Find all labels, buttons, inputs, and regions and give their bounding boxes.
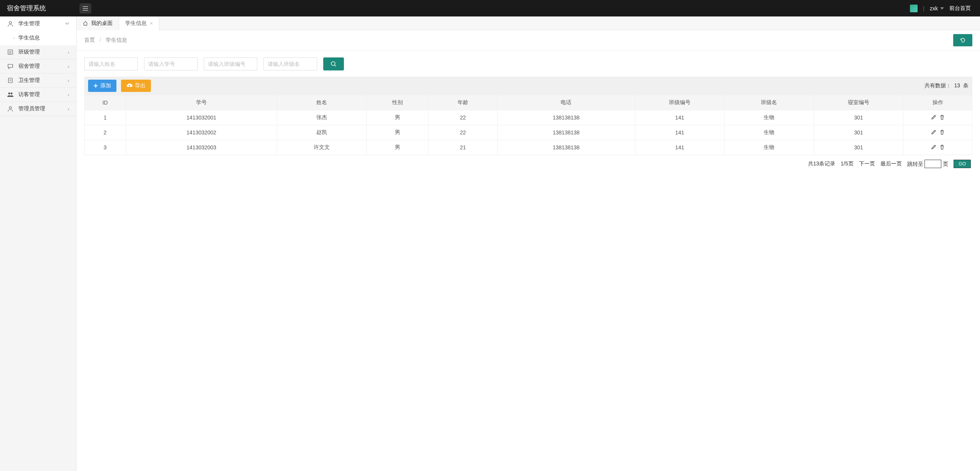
sidebar-item-label: 管理员管理 [18,105,45,112]
jump-wrap: 跳转至 页 [907,160,949,168]
sidebar-item-label: 学生管理 [18,20,40,27]
jump-prefix: 跳转至 [907,161,923,167]
delete-icon[interactable] [939,114,945,120]
sidebar-item-student[interactable]: 学生管理 [0,16,76,31]
table-row: 21413032002赵凯男22138138138141生物301 [85,125,972,140]
chevron-left-icon: ‹ [68,78,69,83]
refresh-button[interactable] [953,34,972,46]
page-jump-input[interactable] [924,160,941,168]
tab-label: 我的桌面 [91,20,113,27]
cell-phone: 138138138 [497,140,635,155]
submenu-student: › 学生信息 [0,31,76,45]
breadcrumb-current: 学生信息 [106,37,127,43]
sidebar-item-visitor[interactable]: 访客管理 ‹ [0,88,76,102]
username: zxk [930,5,938,11]
sidebar-item-admin[interactable]: 管理员管理 ‹ [0,102,76,116]
cell-age: 21 [429,140,497,155]
cell-classname: 生物 [725,140,814,155]
svg-point-0 [9,21,11,24]
delete-icon[interactable] [939,144,945,150]
table-row: 11413032001张杰男22138138138141生物301 [85,110,972,125]
th-classno: 班级编号 [635,95,725,110]
header-right: | zxk 前台首页 [910,5,980,12]
count-value: 13 [954,82,960,88]
sidebar: 学生管理 › 学生信息 班级管理 ‹ 宿舍管理 ‹ 卫生管理 ‹ 访客管理 [0,16,77,471]
page-go-button[interactable]: GO [954,160,971,168]
th-phone: 电话 [497,95,635,110]
th-age: 年龄 [429,95,497,110]
main-content: 我的桌面 学生信息 × 首页 / 学生信息 [77,16,980,471]
cell-classno: 141 [635,110,725,125]
chat-icon [7,63,14,70]
tabs-bar: 我的桌面 学生信息 × [77,16,980,30]
divider: | [923,5,924,11]
cell-action [903,125,972,140]
search-icon [330,61,337,67]
edit-icon[interactable] [931,114,936,120]
user-menu[interactable]: zxk [930,5,944,11]
cell-dorm: 301 [814,140,903,155]
data-count: 共有数据： 13 条 [924,82,969,89]
svg-point-5 [9,106,11,109]
chevron-left-icon: ‹ [68,49,69,55]
list-icon [7,49,14,56]
delete-icon[interactable] [939,129,945,135]
page-next[interactable]: 下一页 [859,160,875,167]
chevron-down-icon [940,7,944,10]
frontend-link[interactable]: 前台首页 [949,5,971,12]
th-gender: 性别 [366,95,429,110]
doc-icon [7,77,14,84]
tab-label: 学生信息 [125,20,147,27]
edit-icon[interactable] [931,129,936,135]
breadcrumb-sep: / [100,37,101,43]
breadcrumb: 首页 / 学生信息 [84,37,127,44]
sidebar-item-label: 宿舍管理 [18,63,40,70]
tab-student-info[interactable]: 学生信息 × [119,17,159,31]
search-button[interactable] [323,57,344,70]
cell-phone: 138138138 [497,125,635,140]
cell-action [903,140,972,155]
cell-phone: 138138138 [497,110,635,125]
menu-toggle-button[interactable] [80,3,91,13]
add-button[interactable]: 添加 [88,80,116,92]
breadcrumb-bar: 首页 / 学生信息 [77,30,980,51]
th-id: ID [85,95,126,110]
hamburger-icon [83,6,88,11]
breadcrumb-home[interactable]: 首页 [84,37,95,43]
content-area: 添加 导出 共有数据： 13 条 ID 学号 姓名 [77,51,980,471]
cell-name: 赵凯 [277,125,367,140]
user-icon [7,20,14,27]
export-button[interactable]: 导出 [121,80,151,92]
sidebar-item-dorm[interactable]: 宿舍管理 ‹ [0,59,76,74]
sidebar-item-label: 班级管理 [18,49,40,56]
close-icon[interactable]: × [150,20,153,26]
cell-classno: 141 [635,140,725,155]
cell-classname: 生物 [725,110,814,125]
cell-sno: 1413032003 [126,140,277,155]
th-classname: 班级名 [725,95,814,110]
th-dorm: 寝室编号 [814,95,903,110]
search-classname-input[interactable] [263,57,317,70]
table-header-row: ID 学号 姓名 性别 年龄 电话 班级编号 班级名 寝室编号 操作 [85,95,972,110]
search-name-input[interactable] [84,57,138,70]
cell-id: 3 [85,140,126,155]
th-action: 操作 [903,95,972,110]
cell-id: 1 [85,110,126,125]
count-suffix: 条 [963,82,969,88]
cell-dorm: 301 [814,125,903,140]
cell-classno: 141 [635,125,725,140]
cell-classname: 生物 [725,125,814,140]
edit-icon[interactable] [931,144,936,150]
search-sno-input[interactable] [144,57,198,70]
page-last[interactable]: 最后一页 [880,160,902,167]
app-title: 宿舍管理系统 [0,4,77,13]
sidebar-item-hygiene[interactable]: 卫生管理 ‹ [0,74,76,88]
sidebar-item-class[interactable]: 班级管理 ‹ [0,45,76,59]
data-table: ID 学号 姓名 性别 年龄 电话 班级编号 班级名 寝室编号 操作 11413… [84,95,972,155]
submenu-item-student-info[interactable]: › 学生信息 [0,31,76,45]
cell-id: 2 [85,125,126,140]
tab-desktop[interactable]: 我的桌面 [77,16,119,30]
search-classno-input[interactable] [204,57,257,70]
export-label: 导出 [135,82,146,89]
svg-point-4 [11,93,13,95]
